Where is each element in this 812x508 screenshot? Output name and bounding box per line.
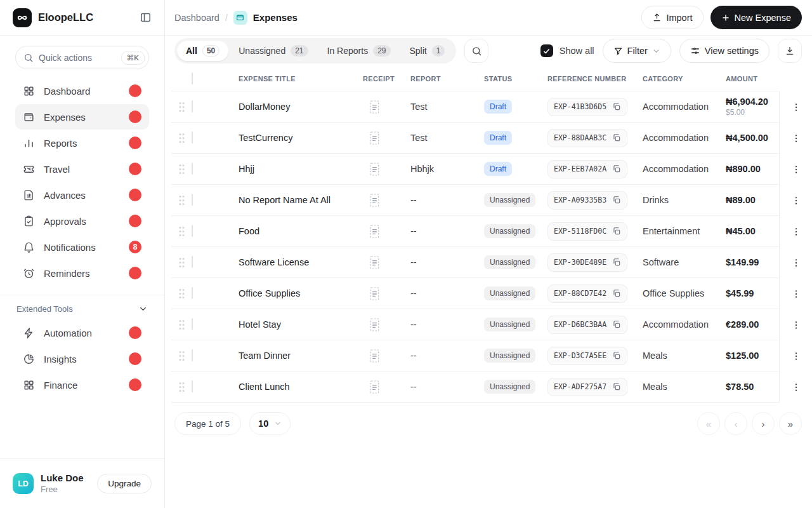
table-row[interactable]: TestCurrency Test Draft EXP-88DAAB3C Acc… xyxy=(171,123,812,154)
sidebar-item-approvals[interactable]: Approvals xyxy=(15,208,149,234)
drag-handle-icon[interactable] xyxy=(171,133,188,144)
drag-handle-icon[interactable] xyxy=(171,351,188,361)
select-all-checkbox[interactable] xyxy=(192,72,193,84)
row-checkbox[interactable] xyxy=(192,287,193,299)
sidebar-item-insights[interactable]: Insights xyxy=(15,346,149,371)
row-menu-icon[interactable] xyxy=(787,254,805,272)
quick-actions-input[interactable] xyxy=(39,53,116,63)
copy-icon[interactable] xyxy=(612,164,621,173)
show-all-toggle[interactable]: Show all xyxy=(540,44,594,57)
sidebar-item-expenses[interactable]: Expenses xyxy=(15,104,149,130)
row-menu-icon[interactable] xyxy=(787,192,805,210)
table-search-button[interactable] xyxy=(464,39,488,63)
receipt-placeholder-icon[interactable] xyxy=(369,255,381,270)
sidebar-item-dashboard[interactable]: Dashboard xyxy=(15,78,149,104)
copy-icon[interactable] xyxy=(612,382,621,391)
row-menu-icon[interactable] xyxy=(787,347,805,365)
quick-actions-search[interactable]: ⌘K xyxy=(15,46,149,69)
row-checkbox[interactable] xyxy=(192,256,193,268)
copy-icon[interactable] xyxy=(612,102,621,111)
table-row[interactable]: No Report Name At All -- Unassigned EXP-… xyxy=(171,185,812,216)
receipt-placeholder-icon[interactable] xyxy=(369,349,381,363)
copy-icon[interactable] xyxy=(612,351,621,360)
sidebar-item-reminders[interactable]: Reminders xyxy=(15,260,149,286)
sidebar-item-finance[interactable]: Finance xyxy=(15,372,149,398)
copy-icon[interactable] xyxy=(612,289,621,298)
download-icon[interactable] xyxy=(778,39,802,63)
import-button[interactable]: Import xyxy=(641,6,703,29)
drag-handle-icon[interactable] xyxy=(171,288,188,299)
last-page-button[interactable]: » xyxy=(779,412,802,435)
drag-handle-icon[interactable] xyxy=(171,319,188,330)
table-row[interactable]: Software License -- Unassigned EXP-30DE4… xyxy=(171,247,812,278)
drag-handle-icon[interactable] xyxy=(171,382,188,392)
receipt-placeholder-icon[interactable] xyxy=(369,286,381,301)
copy-icon[interactable] xyxy=(612,196,621,204)
copy-icon[interactable] xyxy=(612,320,621,329)
table-row[interactable]: Hhjj Hbhjk Draft EXP-EEB7A02A Accommodat… xyxy=(171,154,812,185)
copy-icon[interactable] xyxy=(612,133,621,142)
table-row[interactable]: Hotel Stay -- Unassigned EXP-D6BC3BAA Ac… xyxy=(171,309,812,340)
row-menu-icon[interactable] xyxy=(787,130,805,147)
reference-number-chip[interactable]: EXP-5118FD0C xyxy=(547,222,627,241)
copy-icon[interactable] xyxy=(612,227,621,236)
row-menu-icon[interactable] xyxy=(787,98,805,116)
reference-number-chip[interactable]: EXP-EEB7A02A xyxy=(547,160,627,178)
row-checkbox[interactable] xyxy=(192,163,193,175)
receipt-placeholder-icon[interactable] xyxy=(369,131,381,145)
table-row[interactable]: Team Dinner -- Unassigned EXP-D3C7A5EE M… xyxy=(171,340,812,371)
receipt-placeholder-icon[interactable] xyxy=(369,318,381,332)
row-menu-icon[interactable] xyxy=(787,316,805,334)
drag-handle-icon[interactable] xyxy=(171,102,188,112)
breadcrumb-dashboard[interactable]: Dashboard xyxy=(174,13,219,23)
copy-icon[interactable] xyxy=(612,258,621,267)
reference-number-chip[interactable]: EXP-A09335B3 xyxy=(547,191,627,210)
page-size-select[interactable]: 10 xyxy=(249,412,291,435)
filter-button[interactable]: Filter xyxy=(603,39,671,63)
upgrade-button[interactable]: Upgrade xyxy=(97,474,152,493)
tab-all[interactable]: All 50 xyxy=(177,41,228,61)
receipt-placeholder-icon[interactable] xyxy=(369,380,381,394)
first-page-button[interactable]: « xyxy=(697,412,720,435)
row-menu-icon[interactable] xyxy=(787,161,805,178)
reference-number-chip[interactable]: EXP-D3C7A5EE xyxy=(547,347,627,365)
row-checkbox[interactable] xyxy=(192,380,193,392)
reference-number-chip[interactable]: EXP-ADF275A7 xyxy=(547,378,627,396)
prev-page-button[interactable]: ‹ xyxy=(724,412,747,435)
table-row[interactable]: Client Lunch -- Unassigned EXP-ADF275A7 … xyxy=(171,371,812,403)
receipt-placeholder-icon[interactable] xyxy=(369,193,381,208)
row-checkbox[interactable] xyxy=(192,225,193,237)
new-expense-button[interactable]: New Expense xyxy=(710,6,802,29)
drag-handle-icon[interactable] xyxy=(171,257,188,268)
reference-number-chip[interactable]: EXP-88CD7E42 xyxy=(547,284,627,303)
sidebar-item-notifications[interactable]: Notifications 8 xyxy=(15,234,149,260)
receipt-placeholder-icon[interactable] xyxy=(369,162,381,177)
row-checkbox[interactable] xyxy=(192,131,193,144)
row-menu-icon[interactable] xyxy=(787,378,805,396)
reference-number-chip[interactable]: EXP-88DAAB3C xyxy=(547,129,627,147)
row-menu-icon[interactable] xyxy=(787,285,805,303)
row-checkbox[interactable] xyxy=(192,318,193,330)
sidebar-item-advances[interactable]: Advances xyxy=(15,182,149,208)
receipt-placeholder-icon[interactable] xyxy=(369,224,381,239)
tab-in-reports[interactable]: In Reports 29 xyxy=(318,41,400,61)
reference-number-chip[interactable]: EXP-30DE489E xyxy=(547,253,627,272)
sidebar-item-automation[interactable]: Automation xyxy=(15,320,149,345)
receipt-placeholder-icon[interactable] xyxy=(369,100,381,114)
view-settings-button[interactable]: View settings xyxy=(679,39,769,63)
sidebar-item-travel[interactable]: Travel xyxy=(15,156,149,182)
tab-split[interactable]: Split 1 xyxy=(401,41,454,61)
row-checkbox[interactable] xyxy=(192,349,193,361)
drag-handle-icon[interactable] xyxy=(171,226,188,237)
reference-number-chip[interactable]: EXP-D6BC3BAA xyxy=(547,316,627,334)
row-checkbox[interactable] xyxy=(192,100,193,112)
reference-number-chip[interactable]: EXP-41B3D6D5 xyxy=(547,98,627,116)
row-menu-icon[interactable] xyxy=(787,223,805,241)
row-checkbox[interactable] xyxy=(192,194,193,206)
next-page-button[interactable]: › xyxy=(752,412,775,435)
table-row[interactable]: Office Supplies -- Unassigned EXP-88CD7E… xyxy=(171,278,812,309)
table-row[interactable]: DollarMoney Test Draft EXP-41B3D6D5 Acco… xyxy=(171,91,812,123)
tab-unassigned[interactable]: Unassigned 21 xyxy=(230,41,317,61)
sidebar-item-reports[interactable]: Reports xyxy=(15,130,149,156)
extended-tools-header[interactable]: Extended Tools xyxy=(0,295,164,318)
